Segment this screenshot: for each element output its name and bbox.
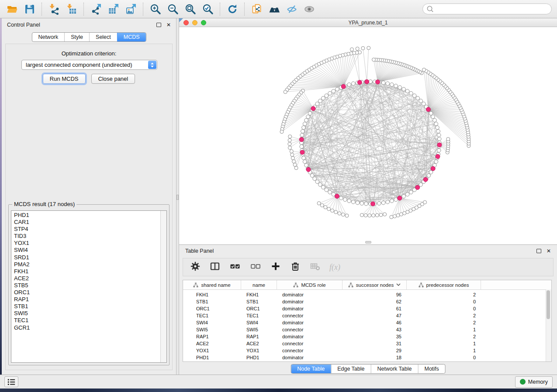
table-cell[interactable]: 46 — [343, 320, 407, 325]
table-cell[interactable]: 18 — [343, 355, 407, 360]
show-all-button[interactable] — [301, 2, 318, 16]
import-table-button[interactable] — [63, 2, 80, 16]
table-cell[interactable]: 2 — [407, 320, 481, 325]
close-panel-button[interactable]: Close panel — [91, 74, 135, 84]
search-input[interactable] — [436, 6, 548, 13]
table-cell[interactable]: 35 — [343, 334, 407, 339]
tab-select[interactable]: Select — [89, 33, 117, 41]
zoom-out-button[interactable] — [164, 2, 182, 16]
table-row[interactable]: RAP1RAP1dominator352 — [183, 333, 551, 340]
table-cell[interactable]: dominator — [277, 306, 343, 311]
select-all-button[interactable] — [229, 261, 241, 273]
splitter-grip[interactable] — [176, 195, 179, 200]
import-network-button[interactable] — [45, 2, 63, 16]
tab-network[interactable]: Network — [32, 33, 64, 41]
binoculars-button[interactable] — [266, 2, 283, 16]
table-cell[interactable]: SWI5 — [183, 327, 241, 332]
table-cell[interactable]: 47 — [343, 313, 407, 318]
deselect-all-button[interactable] — [250, 261, 261, 273]
search-box[interactable] — [422, 3, 552, 14]
table-cell[interactable]: YOX1 — [183, 348, 241, 353]
zoom-fit-button[interactable] — [182, 2, 199, 16]
table-cell[interactable]: SWI5 — [241, 327, 277, 332]
mcds-result-list[interactable]: PHD1CAR1STP4TID3YOX1SWI4SRD1PMA2FKH1ACE2… — [11, 210, 167, 363]
table-row[interactable]: FKH1FKH1dominator962 — [183, 291, 551, 298]
table-settings-button[interactable] — [190, 261, 201, 273]
tab-style[interactable]: Style — [64, 33, 89, 41]
table-cell[interactable]: 31 — [343, 341, 407, 346]
export-table-button[interactable] — [105, 2, 122, 16]
table-cell[interactable]: connector — [277, 313, 343, 318]
zoom-in-button[interactable] — [147, 2, 164, 16]
table-cell[interactable]: RAP1 — [241, 334, 277, 339]
table-cell[interactable]: 0 — [407, 306, 481, 311]
float-panel-icon[interactable] — [156, 23, 161, 27]
table-cell[interactable]: connector — [277, 327, 343, 332]
export-network-button[interactable] — [87, 2, 105, 16]
table-cell[interactable]: 0 — [407, 355, 481, 360]
table-cell[interactable]: TEC1 — [241, 313, 277, 318]
table-cell[interactable]: 1 — [407, 327, 481, 332]
memory-button[interactable]: Memory — [515, 376, 553, 388]
maximize-window-icon[interactable] — [201, 20, 206, 25]
table-cell[interactable]: 2 — [407, 292, 481, 297]
table-cell[interactable]: STB1 — [183, 299, 241, 304]
table-cell[interactable]: ORC1 — [183, 306, 241, 311]
task-history-button[interactable] — [4, 376, 18, 387]
tab-edge-table[interactable]: Edge Table — [331, 364, 370, 373]
table-cell[interactable]: 43 — [343, 327, 407, 332]
table-row[interactable]: ORC1ORC1dominator610 — [183, 305, 551, 312]
table-cell[interactable]: 96 — [343, 292, 407, 297]
close-panel-icon[interactable]: ✕ — [547, 248, 551, 254]
table-cell[interactable]: SWI4 — [183, 320, 241, 325]
table-cell[interactable]: YOX1 — [241, 348, 277, 353]
table-cell[interactable]: TEC1 — [183, 313, 241, 318]
zoom-selected-button[interactable] — [199, 2, 217, 16]
table-cell[interactable]: 2 — [407, 334, 481, 339]
table-row[interactable]: PHD1PHD1dominator180 — [183, 354, 551, 361]
table-cell[interactable]: PHD1 — [183, 355, 241, 360]
table-cell[interactable]: dominator — [277, 355, 343, 360]
table-cell[interactable]: 29 — [343, 348, 407, 353]
column-header-mcds-role[interactable]: MCDS role — [277, 280, 343, 289]
table-cell[interactable]: 2 — [407, 313, 481, 318]
float-panel-icon[interactable] — [536, 249, 541, 253]
table-cell[interactable]: 62 — [343, 299, 407, 304]
delete-column-button[interactable] — [290, 261, 301, 273]
table-scrollbar[interactable] — [546, 289, 551, 361]
table-row[interactable]: SWI5SWI5connector431 — [183, 326, 551, 333]
table-cell[interactable]: ORC1 — [241, 306, 277, 311]
toggle-panel-button[interactable] — [210, 261, 220, 273]
export-image-button[interactable] — [122, 2, 140, 16]
copy-network-button[interactable] — [248, 2, 266, 16]
table-cell[interactable]: 1 — [407, 341, 481, 346]
table-cell[interactable]: FKH1 — [241, 292, 277, 297]
tab-motifs[interactable]: Motifs — [418, 364, 445, 373]
column-header-successor-nodes[interactable]: successor nodes — [343, 280, 407, 289]
table-row[interactable]: SWI4SWI4dominator462 — [183, 319, 551, 326]
table-cell[interactable]: SWI4 — [241, 320, 277, 325]
table-cell[interactable]: PHD1 — [241, 355, 277, 360]
table-row[interactable]: ACE2ACE2connector311 — [183, 340, 551, 347]
network-canvas[interactable] — [179, 27, 557, 244]
table-cell[interactable]: dominator — [277, 299, 343, 304]
tab-network-table[interactable]: Network Table — [371, 364, 418, 373]
table-cell[interactable]: ACE2 — [241, 341, 277, 346]
network-graph[interactable] — [179, 27, 557, 244]
table-cell[interactable]: connector — [277, 341, 343, 346]
table-cell[interactable]: 1 — [407, 348, 481, 353]
tab-node-table[interactable]: Node Table — [291, 364, 331, 373]
save-session-button[interactable] — [21, 2, 38, 16]
hide-selected-button[interactable] — [283, 2, 301, 16]
table-cell[interactable]: 0 — [407, 299, 481, 304]
table-cell[interactable]: dominator — [277, 320, 343, 325]
table-scrollbar-thumb[interactable] — [547, 290, 550, 319]
vertical-splitter[interactable] — [176, 18, 179, 375]
column-header-shared-name[interactable]: shared name — [183, 280, 241, 289]
table-row[interactable]: STB1STB1dominator620 — [183, 298, 551, 305]
tab-mcds[interactable]: MCDS — [117, 33, 146, 41]
table-cell[interactable]: connector — [277, 348, 343, 353]
criterion-select[interactable]: largest connected component (undirected) — [21, 60, 157, 70]
column-header-name[interactable]: name — [241, 280, 277, 289]
minimize-window-icon[interactable] — [192, 20, 197, 25]
